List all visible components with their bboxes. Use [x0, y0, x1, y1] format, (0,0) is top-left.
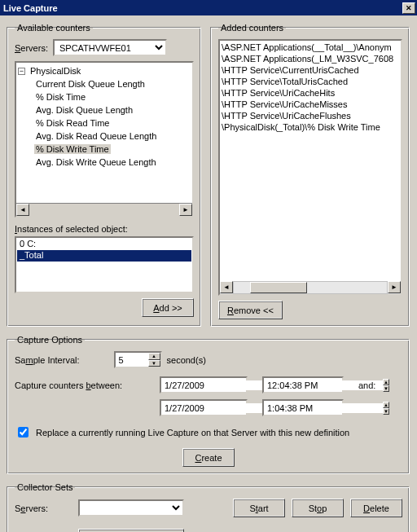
scroll-left-icon[interactable]: ◄ — [16, 204, 29, 216]
tree-item-label: % Disk Read Time — [34, 118, 111, 128]
servers-label: Servers: — [15, 43, 48, 53]
titlebar: Live Capture ✕ — [0, 0, 417, 15]
sample-interval-spinner[interactable]: ▲▼ — [114, 351, 162, 368]
list-item[interactable]: \HTTP Service\TotalUrisCached — [222, 77, 399, 88]
list-item[interactable]: 0 C: — [17, 239, 191, 250]
tree-item-label: Avg. Disk Queue Length — [34, 105, 134, 115]
scrollbar-thumb[interactable] — [250, 282, 307, 293]
added-scrollbar[interactable]: ◄ ► — [220, 281, 401, 294]
scroll-right-icon[interactable]: ► — [388, 281, 401, 293]
capture-options-group: Capture Options Sample Interval: ▲▼ seco… — [7, 335, 410, 474]
list-item[interactable]: \HTTP Service\UriCacheHits — [222, 88, 399, 99]
remove-button[interactable]: Remove << — [218, 301, 283, 319]
end-time-input[interactable] — [264, 403, 383, 413]
collector-legend: Collector Sets — [15, 482, 75, 492]
list-item[interactable]: \HTTP Service\UriCacheFlushes — [222, 111, 399, 122]
tree-scrollbar[interactable]: ◄ ► — [16, 203, 192, 216]
stop-button[interactable]: Stop — [292, 499, 344, 517]
instances-label: Instances of selected object: — [15, 224, 194, 234]
start-button[interactable]: Start — [233, 499, 285, 517]
list-item[interactable]: \ASP.NET Applications(__Total__)\Anonym — [222, 42, 399, 54]
end-date-picker[interactable]: ▼ — [160, 399, 248, 416]
between-label: Capture counters between: — [15, 380, 153, 390]
available-counters-group: Available counters Servers: SPCATHVWFE01… — [7, 23, 201, 327]
tree-item-label: % Disk Write Time — [34, 144, 111, 154]
available-legend: Available counters — [15, 23, 93, 33]
instances-listbox[interactable]: 0 C:_Total — [15, 236, 194, 293]
list-item[interactable]: \HTTP Service\CurrentUrisCached — [222, 65, 399, 77]
collector-servers-label: Servers: — [15, 503, 72, 513]
tree-item-label: Current Disk Queue Length — [34, 79, 147, 89]
capture-legend: Capture Options — [15, 335, 85, 345]
collector-sets-group: Collector Sets Servers: Start Stop Delet… — [7, 482, 410, 532]
sample-interval-label: Sample Interval: — [15, 355, 80, 365]
tree-root-label: PhysicalDisk — [29, 66, 82, 76]
tree-item-label: % Disk Time — [34, 92, 87, 102]
end-time-spinner[interactable]: ▲▼ — [262, 399, 344, 416]
spin-down-icon[interactable]: ▼ — [148, 360, 160, 367]
list-item[interactable]: _Total — [17, 250, 191, 262]
list-item[interactable]: \HTTP Service\UriCacheMisses — [222, 99, 399, 111]
tree-item[interactable]: % Disk Read Time — [34, 117, 191, 130]
tree-item[interactable]: Current Disk Queue Length — [34, 77, 191, 90]
list-item[interactable]: \PhysicalDisk(_Total)\% Disk Write Time — [222, 122, 399, 134]
replace-label: Replace a currently running Live Capture… — [36, 428, 349, 437]
tree-item[interactable]: % Disk Time — [34, 90, 191, 103]
collector-server-select[interactable] — [78, 499, 184, 517]
scroll-right-icon[interactable]: ► — [179, 204, 192, 216]
collapse-icon[interactable]: − — [18, 68, 25, 75]
tree-item-label: Avg. Disk Read Queue Length — [34, 131, 158, 141]
counter-tree[interactable]: − PhysicalDisk Current Disk Queue Length… — [15, 61, 194, 218]
refresh-button[interactable]: Refresh — [78, 529, 184, 532]
added-legend: Added counters — [218, 23, 286, 33]
close-icon[interactable]: ✕ — [402, 2, 415, 14]
replace-checkbox[interactable] — [18, 427, 29, 437]
start-date-picker[interactable]: ▼ — [160, 376, 248, 394]
tree-item[interactable]: Avg. Disk Read Queue Length — [34, 130, 191, 143]
list-item[interactable]: \ASP.NET Applications(_LM_W3SVC_7608 — [222, 54, 399, 65]
spin-up-icon[interactable]: ▲ — [383, 402, 389, 408]
delete-button[interactable]: Delete — [350, 499, 402, 517]
start-time-spinner[interactable]: ▲▼ — [262, 376, 344, 394]
added-counters-group: Added counters \ASP.NET Applications(__T… — [211, 23, 410, 327]
create-button[interactable]: Create — [182, 448, 235, 467]
spin-down-icon[interactable]: ▼ — [383, 408, 389, 415]
tree-root-row[interactable]: − PhysicalDisk — [18, 64, 191, 77]
tree-item[interactable]: Avg. Disk Write Queue Length — [34, 156, 191, 169]
server-select[interactable]: SPCATHVWFE01 — [53, 39, 167, 56]
window-title: Live Capture — [3, 3, 58, 13]
tree-item-label: Avg. Disk Write Queue Length — [34, 157, 158, 167]
and-label: and: — [358, 380, 402, 390]
tree-item[interactable]: Avg. Disk Queue Length — [34, 103, 191, 117]
sample-interval-input[interactable] — [116, 353, 148, 367]
added-listbox[interactable]: \ASP.NET Applications(__Total__)\Anonym\… — [218, 39, 402, 296]
spin-up-icon[interactable]: ▲ — [148, 353, 160, 360]
sample-unit-label: second(s) — [167, 355, 206, 365]
scroll-left-icon[interactable]: ◄ — [220, 281, 233, 293]
tree-item[interactable]: % Disk Write Time — [34, 143, 191, 156]
add-button[interactable]: Add >> — [142, 298, 194, 317]
window-body: Available counters Servers: SPCATHVWFE01… — [0, 15, 417, 532]
